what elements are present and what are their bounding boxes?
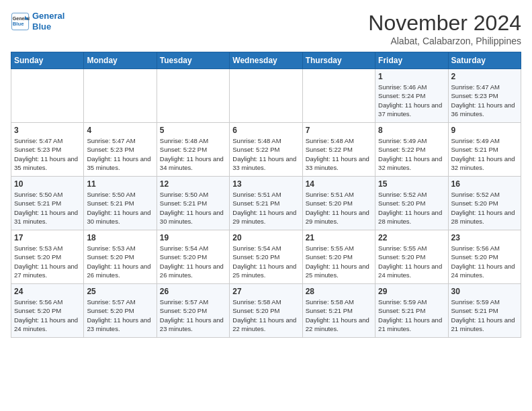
calendar-cell-w4-d0: 24Sunrise: 5:56 AMSunset: 5:20 PMDayligh… bbox=[11, 284, 84, 338]
calendar-cell-w0-d3 bbox=[230, 69, 302, 123]
day-number: 2 bbox=[451, 72, 518, 81]
calendar-cell-w4-d3: 27Sunrise: 5:58 AMSunset: 5:20 PMDayligh… bbox=[230, 284, 302, 338]
day-number: 13 bbox=[232, 179, 299, 189]
calendar-week-1: 3Sunrise: 5:47 AMSunset: 5:23 PMDaylight… bbox=[11, 123, 521, 177]
day-info: Sunrise: 5:46 AMSunset: 5:24 PMDaylight:… bbox=[378, 83, 445, 118]
day-info: Sunrise: 5:56 AMSunset: 5:20 PMDaylight:… bbox=[14, 298, 81, 333]
calendar-cell-w1-d1: 4Sunrise: 5:47 AMSunset: 5:23 PMDaylight… bbox=[84, 123, 157, 177]
calendar-cell-w3-d1: 18Sunrise: 5:53 AMSunset: 5:20 PMDayligh… bbox=[84, 230, 157, 284]
calendar-cell-w4-d4: 28Sunrise: 5:58 AMSunset: 5:21 PMDayligh… bbox=[302, 284, 375, 338]
weekday-header-tuesday: Tuesday bbox=[157, 52, 229, 69]
logo-text: General Blue bbox=[32, 11, 64, 32]
day-info: Sunrise: 5:50 AMSunset: 5:21 PMDaylight:… bbox=[87, 190, 153, 226]
calendar-cell-w0-d6: 2Sunrise: 5:47 AMSunset: 5:23 PMDaylight… bbox=[448, 69, 521, 123]
calendar-cell-w3-d3: 20Sunrise: 5:54 AMSunset: 5:20 PMDayligh… bbox=[230, 230, 302, 284]
day-number: 16 bbox=[451, 179, 518, 189]
day-number: 6 bbox=[232, 126, 299, 135]
calendar-cell-w2-d3: 13Sunrise: 5:51 AMSunset: 5:21 PMDayligh… bbox=[230, 177, 302, 230]
day-info: Sunrise: 5:52 AMSunset: 5:20 PMDaylight:… bbox=[378, 190, 445, 226]
day-info: Sunrise: 5:56 AMSunset: 5:20 PMDaylight:… bbox=[451, 244, 518, 279]
day-number: 11 bbox=[87, 179, 153, 189]
day-info: Sunrise: 5:54 AMSunset: 5:20 PMDaylight:… bbox=[160, 244, 226, 279]
day-number: 3 bbox=[14, 126, 81, 135]
calendar-cell-w3-d5: 22Sunrise: 5:55 AMSunset: 5:20 PMDayligh… bbox=[375, 230, 448, 284]
calendar-cell-w2-d5: 15Sunrise: 5:52 AMSunset: 5:20 PMDayligh… bbox=[375, 177, 448, 230]
day-number: 22 bbox=[378, 233, 445, 242]
weekday-header-saturday: Saturday bbox=[448, 52, 521, 69]
day-number: 8 bbox=[378, 126, 445, 135]
day-info: Sunrise: 5:53 AMSunset: 5:20 PMDaylight:… bbox=[14, 244, 81, 279]
calendar-cell-w4-d2: 26Sunrise: 5:57 AMSunset: 5:20 PMDayligh… bbox=[157, 284, 229, 338]
calendar-cell-w0-d2 bbox=[157, 69, 229, 123]
day-info: Sunrise: 5:49 AMSunset: 5:22 PMDaylight:… bbox=[378, 136, 445, 172]
day-number: 4 bbox=[87, 126, 153, 135]
weekday-header-monday: Monday bbox=[84, 52, 157, 69]
day-number: 27 bbox=[232, 287, 299, 296]
day-number: 10 bbox=[14, 179, 81, 189]
day-number: 12 bbox=[160, 179, 226, 189]
day-number: 21 bbox=[306, 233, 372, 242]
calendar-cell-w1-d3: 6Sunrise: 5:48 AMSunset: 5:22 PMDaylight… bbox=[230, 123, 302, 177]
day-info: Sunrise: 5:59 AMSunset: 5:21 PMDaylight:… bbox=[378, 298, 445, 333]
weekday-header-wednesday: Wednesday bbox=[230, 52, 302, 69]
day-info: Sunrise: 5:47 AMSunset: 5:23 PMDaylight:… bbox=[87, 136, 153, 172]
day-info: Sunrise: 5:48 AMSunset: 5:22 PMDaylight:… bbox=[306, 136, 372, 172]
day-number: 23 bbox=[451, 233, 518, 242]
calendar-cell-w0-d0 bbox=[11, 69, 84, 123]
day-info: Sunrise: 5:50 AMSunset: 5:21 PMDaylight:… bbox=[160, 190, 226, 226]
month-title: November 2024 bbox=[368, 11, 521, 36]
day-info: Sunrise: 5:52 AMSunset: 5:20 PMDaylight:… bbox=[451, 190, 518, 226]
calendar-cell-w3-d6: 23Sunrise: 5:56 AMSunset: 5:20 PMDayligh… bbox=[448, 230, 521, 284]
calendar-week-2: 10Sunrise: 5:50 AMSunset: 5:21 PMDayligh… bbox=[11, 177, 521, 230]
calendar-week-4: 24Sunrise: 5:56 AMSunset: 5:20 PMDayligh… bbox=[11, 284, 521, 338]
calendar-cell-w1-d6: 9Sunrise: 5:49 AMSunset: 5:21 PMDaylight… bbox=[448, 123, 521, 177]
calendar-cell-w0-d5: 1Sunrise: 5:46 AMSunset: 5:24 PMDaylight… bbox=[375, 69, 448, 123]
calendar-cell-w4-d1: 25Sunrise: 5:57 AMSunset: 5:20 PMDayligh… bbox=[84, 284, 157, 338]
calendar-week-3: 17Sunrise: 5:53 AMSunset: 5:20 PMDayligh… bbox=[11, 230, 521, 284]
calendar-cell-w2-d0: 10Sunrise: 5:50 AMSunset: 5:21 PMDayligh… bbox=[11, 177, 84, 230]
calendar-cell-w2-d1: 11Sunrise: 5:50 AMSunset: 5:21 PMDayligh… bbox=[84, 177, 157, 230]
calendar-cell-w2-d6: 16Sunrise: 5:52 AMSunset: 5:20 PMDayligh… bbox=[448, 177, 521, 230]
day-info: Sunrise: 5:49 AMSunset: 5:21 PMDaylight:… bbox=[451, 136, 518, 172]
day-info: Sunrise: 5:48 AMSunset: 5:22 PMDaylight:… bbox=[232, 136, 299, 172]
calendar-cell-w2-d2: 12Sunrise: 5:50 AMSunset: 5:21 PMDayligh… bbox=[157, 177, 229, 230]
calendar-cell-w4-d5: 29Sunrise: 5:59 AMSunset: 5:21 PMDayligh… bbox=[375, 284, 448, 338]
calendar-cell-w0-d4 bbox=[302, 69, 375, 123]
calendar-header: SundayMondayTuesdayWednesdayThursdayFrid… bbox=[11, 52, 521, 69]
calendar-week-0: 1Sunrise: 5:46 AMSunset: 5:24 PMDaylight… bbox=[11, 69, 521, 123]
day-number: 20 bbox=[232, 233, 299, 242]
day-number: 28 bbox=[306, 287, 372, 296]
day-number: 1 bbox=[378, 72, 445, 81]
calendar-body: 1Sunrise: 5:46 AMSunset: 5:24 PMDaylight… bbox=[11, 69, 521, 338]
day-number: 30 bbox=[451, 287, 518, 296]
day-number: 26 bbox=[160, 287, 226, 296]
day-info: Sunrise: 5:48 AMSunset: 5:22 PMDaylight:… bbox=[160, 136, 226, 172]
logo-icon: General Blue bbox=[11, 12, 30, 31]
day-info: Sunrise: 5:59 AMSunset: 5:21 PMDaylight:… bbox=[451, 298, 518, 333]
weekday-header-row: SundayMondayTuesdayWednesdayThursdayFrid… bbox=[11, 52, 521, 69]
calendar-cell-w1-d4: 7Sunrise: 5:48 AMSunset: 5:22 PMDaylight… bbox=[302, 123, 375, 177]
calendar-cell-w4-d6: 30Sunrise: 5:59 AMSunset: 5:21 PMDayligh… bbox=[448, 284, 521, 338]
day-number: 25 bbox=[87, 287, 153, 296]
day-info: Sunrise: 5:57 AMSunset: 5:20 PMDaylight:… bbox=[87, 298, 153, 333]
day-number: 7 bbox=[306, 126, 372, 135]
day-info: Sunrise: 5:53 AMSunset: 5:20 PMDaylight:… bbox=[87, 244, 153, 279]
title-block: November 2024 Alabat, Calabarzon, Philip… bbox=[368, 11, 521, 46]
day-info: Sunrise: 5:55 AMSunset: 5:20 PMDaylight:… bbox=[306, 244, 372, 279]
day-info: Sunrise: 5:47 AMSunset: 5:23 PMDaylight:… bbox=[14, 136, 81, 172]
calendar-cell-w2-d4: 14Sunrise: 5:51 AMSunset: 5:20 PMDayligh… bbox=[302, 177, 375, 230]
day-number: 15 bbox=[378, 179, 445, 189]
day-info: Sunrise: 5:57 AMSunset: 5:20 PMDaylight:… bbox=[160, 298, 226, 333]
weekday-header-friday: Friday bbox=[375, 52, 448, 69]
svg-text:Blue: Blue bbox=[13, 21, 24, 27]
day-info: Sunrise: 5:54 AMSunset: 5:20 PMDaylight:… bbox=[232, 244, 299, 279]
calendar-cell-w1-d2: 5Sunrise: 5:48 AMSunset: 5:22 PMDaylight… bbox=[157, 123, 229, 177]
day-info: Sunrise: 5:55 AMSunset: 5:20 PMDaylight:… bbox=[378, 244, 445, 279]
day-info: Sunrise: 5:58 AMSunset: 5:21 PMDaylight:… bbox=[306, 298, 372, 333]
day-number: 29 bbox=[378, 287, 445, 296]
calendar-cell-w3-d4: 21Sunrise: 5:55 AMSunset: 5:20 PMDayligh… bbox=[302, 230, 375, 284]
day-number: 18 bbox=[87, 233, 153, 242]
calendar-cell-w1-d0: 3Sunrise: 5:47 AMSunset: 5:23 PMDaylight… bbox=[11, 123, 84, 177]
day-info: Sunrise: 5:50 AMSunset: 5:21 PMDaylight:… bbox=[14, 190, 81, 226]
day-number: 19 bbox=[160, 233, 226, 242]
